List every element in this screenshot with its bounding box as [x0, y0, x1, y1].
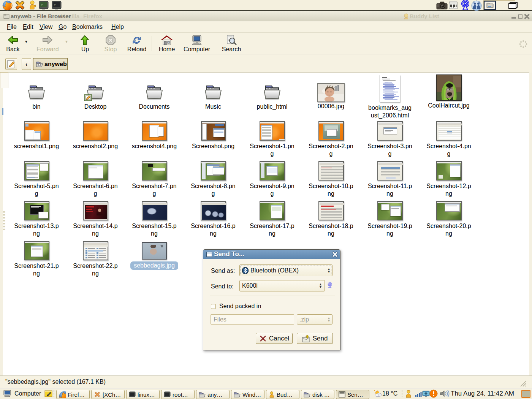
svg-text:>_: >_ [54, 3, 58, 6]
svg-text:>_: >_ [41, 3, 45, 6]
svg-text:anot: anot [17, 4, 22, 6]
